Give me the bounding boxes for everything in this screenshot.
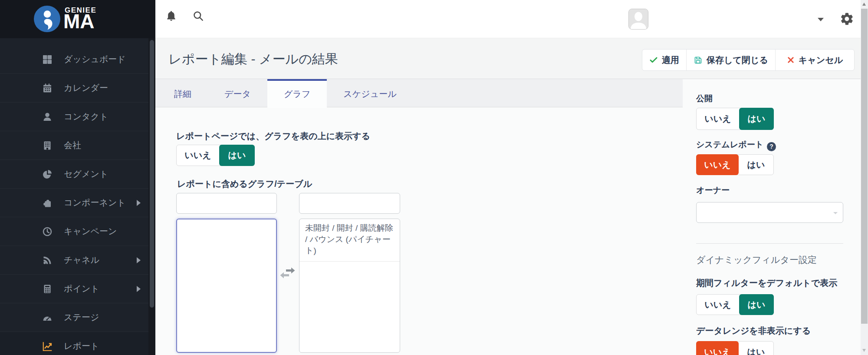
toggle-yes-option-selected[interactable]: はい — [739, 294, 774, 315]
page-scrollbar[interactable] — [861, 0, 868, 355]
sidebar-item-calendar[interactable]: カレンダー — [0, 74, 155, 103]
graph-above-table-label: レポートページでは、グラフを表の上に表示する — [176, 130, 370, 142]
public-toggle: いいえ はい — [696, 108, 774, 130]
sidebar-item-label: セグメント — [64, 168, 108, 180]
grid-icon — [41, 54, 53, 65]
period-filter-toggle: いいえ はい — [696, 294, 774, 315]
available-list-filter-input[interactable] — [176, 193, 277, 214]
data-range-toggle: いいえ はい — [696, 341, 774, 355]
sidebar-item-label: カレンダー — [64, 82, 108, 94]
transfer-arrows-icon — [280, 266, 295, 279]
toggle-yes-option-selected[interactable]: はい — [219, 145, 255, 166]
sidebar-item-campaigns[interactable]: キャンペーン — [0, 217, 155, 246]
brand-logo[interactable]: GENIEE MA — [0, 0, 155, 38]
sidebar-item-label: ダッシュボード — [64, 53, 126, 65]
sidebar-scrollbar-thumb[interactable] — [150, 40, 154, 308]
apply-button[interactable]: 適用 — [642, 50, 686, 70]
sidebar-item-segments[interactable]: セグメント — [0, 160, 155, 189]
gauge-icon — [41, 312, 53, 323]
data-range-label: データレンジを非表示にする — [696, 325, 811, 337]
panel-divider — [696, 243, 843, 244]
owner-select[interactable] — [696, 202, 843, 223]
cancel-button[interactable]: キャンセル — [775, 50, 854, 70]
scrollbar-up-arrow-icon[interactable] — [862, 3, 866, 6]
cancel-button-label: キャンセル — [799, 54, 843, 66]
sidebar-item-label: チャネル — [64, 254, 99, 266]
sidebar-item-contacts[interactable]: コンタクト — [0, 103, 155, 131]
tab-schedule[interactable]: スケジュール — [327, 79, 413, 107]
toggle-yes-option-selected[interactable]: はい — [739, 108, 774, 130]
building-icon — [41, 140, 53, 151]
available-graphs-listbox[interactable] — [176, 219, 277, 353]
main-content: レポート編集 - メールの結果 適用 保存して閉じる キャンセル 詳細 データ — [155, 38, 861, 355]
app-screen: GENIEE MA ダッシュボード — [0, 0, 868, 355]
search-icon[interactable] — [192, 10, 204, 22]
tab-graph[interactable]: グラフ — [267, 79, 327, 108]
sidebar-item-company[interactable]: 会社 — [0, 131, 155, 160]
page-title: レポート編集 - メールの結果 — [168, 50, 338, 68]
sidebar-item-reports[interactable]: レポート — [0, 332, 155, 355]
sidebar-nav: ダッシュボード カレンダー コンタクト 会社 セグメント コンポーネント キャン… — [0, 38, 155, 355]
settings-gear-icon[interactable] — [840, 12, 854, 26]
chevron-right-icon — [135, 199, 141, 206]
chevron-right-icon — [135, 285, 141, 292]
tab-details[interactable]: 詳細 — [158, 79, 208, 107]
header-action-buttons: 適用 保存して閉じる キャンセル — [642, 49, 855, 71]
rss-icon — [41, 255, 53, 266]
page-header: レポート編集 - メールの結果 適用 保存して閉じる キャンセル — [155, 38, 861, 79]
puzzle-icon — [41, 197, 53, 209]
save-close-button[interactable]: 保存して閉じる — [686, 50, 775, 70]
selected-graph-item[interactable]: 未開封 / 開封 / 購読解除 / バウンス (パイチャート) — [299, 219, 400, 262]
public-label: 公開 — [696, 93, 713, 104]
toggle-no-option[interactable]: いいえ — [177, 145, 219, 166]
help-question-icon[interactable]: ? — [767, 142, 776, 151]
toggle-no-option-selected[interactable]: いいえ — [696, 341, 739, 355]
owner-label: オーナー — [696, 185, 730, 196]
account-menu-caret-icon[interactable] — [818, 18, 824, 21]
avatar-person-icon — [629, 9, 648, 29]
selected-graphs-listbox[interactable]: 未開封 / 開封 / 購読解除 / バウンス (パイチャート) — [299, 219, 400, 353]
save-close-button-label: 保存して閉じる — [707, 54, 768, 66]
sidebar-item-channels[interactable]: チャネル — [0, 246, 155, 275]
sidebar-item-label: コンポーネント — [64, 197, 126, 209]
toggle-no-option[interactable]: いいえ — [697, 295, 739, 315]
system-report-toggle: いいえ はい — [696, 154, 774, 175]
sidebar-scrollbar[interactable] — [148, 38, 155, 355]
sidebar-item-label: レポート — [64, 340, 99, 352]
sidebar-item-components[interactable]: コンポーネント — [0, 189, 155, 217]
system-report-label-row: システムレポート? — [696, 139, 776, 151]
scrollbar-down-arrow-icon[interactable] — [862, 349, 866, 352]
select-caret-icon — [833, 212, 838, 214]
pie-icon — [41, 169, 53, 180]
selected-list-filter-input[interactable] — [299, 193, 400, 214]
topbar: GENIEE MA — [0, 0, 868, 38]
toggle-no-option[interactable]: いいえ — [697, 108, 739, 129]
chevron-right-icon — [135, 257, 141, 264]
calculator-icon — [41, 283, 53, 295]
sidebar-item-label: ポイント — [64, 283, 99, 295]
toggle-yes-option[interactable]: はい — [739, 342, 773, 355]
include-graphs-label: レポートに含めるグラフ/テーブル — [177, 178, 312, 190]
sidebar-item-stages[interactable]: ステージ — [0, 303, 155, 332]
user-icon — [41, 111, 53, 123]
report-edit-tabs: 詳細 データ グラフ スケジュール — [155, 79, 683, 107]
sidebar-item-label: キャンペーン — [64, 226, 117, 237]
toggle-yes-option[interactable]: はい — [739, 155, 773, 175]
save-floppy-icon — [694, 56, 703, 65]
line-chart-icon — [41, 341, 53, 352]
sidebar-item-dashboard[interactable]: ダッシュボード — [0, 45, 155, 74]
toggle-no-option-selected[interactable]: いいえ — [696, 154, 739, 175]
dynamic-filter-heading: ダイナミックフィルター設定 — [696, 254, 817, 266]
notifications-bell-icon[interactable] — [165, 10, 177, 22]
calendar-icon — [41, 83, 53, 94]
page-scrollbar-thumb[interactable] — [861, 9, 868, 324]
tab-data[interactable]: データ — [208, 79, 267, 107]
geniee-logo-icon — [34, 6, 60, 32]
x-icon — [787, 56, 795, 64]
graph-above-table-toggle: いいえ はい — [176, 145, 255, 166]
sidebar-item-label: ステージ — [64, 312, 99, 323]
sidebar-item-label: コンタクト — [64, 111, 108, 123]
sidebar-item-points[interactable]: ポイント — [0, 275, 155, 303]
user-avatar[interactable] — [628, 9, 648, 30]
apply-button-label: 適用 — [662, 54, 679, 66]
